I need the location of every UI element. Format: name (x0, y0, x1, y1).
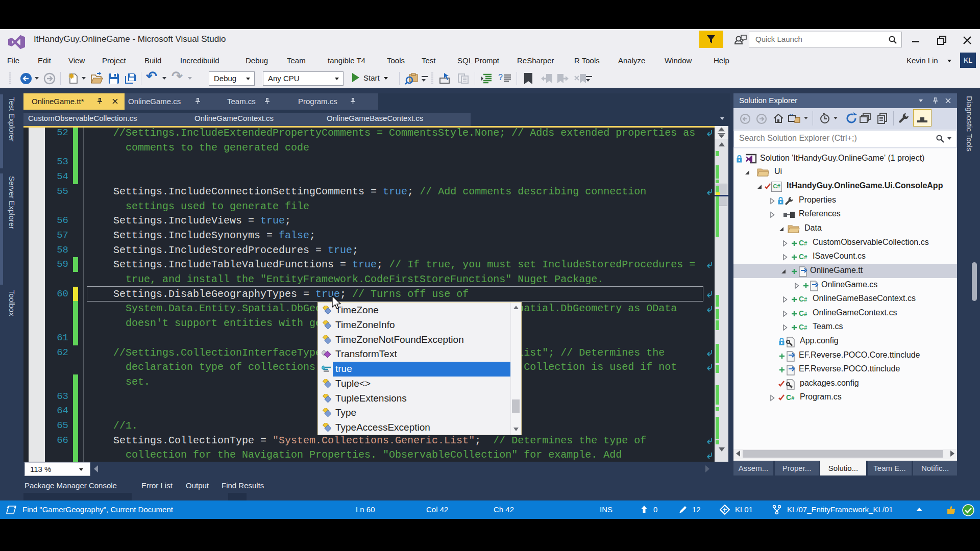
svg-text:?: ? (498, 73, 503, 82)
